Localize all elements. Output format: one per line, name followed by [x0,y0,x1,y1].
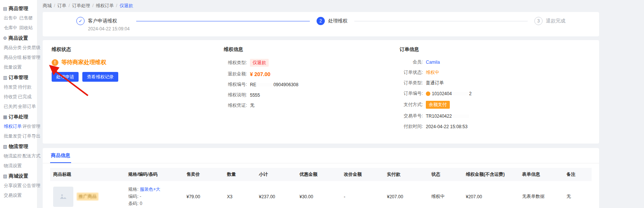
info-value: ¥ 207.00 [250,71,271,77]
sidebar-item[interactable]: 待收货 [4,94,17,100]
sidebar-item[interactable]: 已完成 [18,94,36,100]
reprice-cell: - [341,181,384,208]
breadcrumb-item[interactable]: 维权订单 [96,3,114,8]
sidebar-items: 分享设置公告管理交易设置 [3,183,34,199]
sidebar-section-title: ▥订单管理 [3,74,34,81]
breadcrumb-item[interactable]: 订单 [57,3,66,8]
sidebar-section-label: 商品设置 [9,35,28,42]
code-label: 编码: [128,194,138,199]
process-application-button[interactable]: 处理申请 [52,72,79,82]
code-value: - [140,194,141,199]
breadcrumb-item[interactable]: 订单处理 [72,3,90,8]
step-connector [136,21,309,21]
code-line: 编码: - [128,193,181,200]
info-value: 仅退款 [250,59,269,67]
product-title[interactable]: 推广商品 [77,193,98,201]
info-value: 2024-04-22 15:08:53 [426,124,467,129]
breadcrumb-item[interactable]: 仅退款 [119,3,133,8]
info-value: RE0904906308 [250,82,298,87]
step-done: ✓客户申请维权2024-04-22 15:09:04 [76,17,129,31]
info-value-text: ¥ 207.00 [250,71,271,77]
info-value: 普通订单 [426,80,444,86]
sidebar-item[interactable]: 待付款 [18,84,36,90]
barcode-label: 条码: [128,201,138,206]
sidebar-item[interactable]: 回收站 [19,25,34,31]
sidebar-section: ▥订单管理待发货待付款待收货已完成已关闭全部订单 [3,74,34,110]
info-label: 会员: [400,59,423,65]
sidebar-items: 维权订单评价管理批量发货订单导出 [3,123,34,139]
step-indicator: 2 [317,17,325,25]
sidebar-item[interactable]: 已售罄 [19,15,34,21]
info-label: 订单编号: [400,90,423,97]
order-number-icon [426,91,430,96]
clock-icon: ! [52,59,58,66]
info-value-text: TR10240422 [426,114,452,119]
info-value: 无 [250,102,254,109]
view-warranty-record-button[interactable]: 查看维权记录 [82,72,118,82]
info-row: 订单状态:维权中 [400,69,590,76]
info-value-text: 余额支付 [426,101,450,109]
sidebar-items: 商品分类分类层级商品分组标签管理批量设置 [3,45,34,70]
sidebar-item[interactable]: 物流监控 [4,153,22,159]
table-row: 推广商品 规格: 服装色+大 编码: - 条码: [50,181,592,208]
sidebar-item[interactable]: 批量发货 [4,133,22,139]
sidebar-item[interactable]: 交易设置 [4,192,22,199]
sidebar-section-label: 订单管理 [9,74,28,81]
info-row: 付款时间:2024-04-22 15:08:53 [400,123,590,130]
sidebar-items: 待发货待付款待收货已完成已关闭全部订单 [3,84,34,110]
info-card: 维权状态 ! 等待商家处理维权 处理申请 查看维权记录 维权信息 维权类型:仅退… [43,40,599,144]
sidebar-item[interactable]: 批量设置 [4,64,22,70]
sidebar-item[interactable]: 仓库中 [4,25,19,31]
info-value-text: 2 [469,91,471,96]
spec-label: 规格: [128,187,138,192]
order-process-icon: ▦ [3,115,7,119]
barcode-value: 0 [140,201,142,206]
sidebar-item[interactable]: 待发货 [4,84,17,90]
status-text: 等待商家处理维权 [61,59,106,66]
info-label: 维权说明: [224,92,247,98]
quantity-cell: X3 [224,181,256,208]
section-title: 维权信息 [224,46,400,53]
sidebar-section-label: 商城设置 [9,173,28,180]
column-header: 状态 [428,168,463,181]
column-header: 规格/编码/条码 [125,168,184,181]
order-icon: ▥ [3,75,7,80]
table-header-row: 商品标题规格/编码/条码售卖价数量小计优惠金额改价金额实付款状态维权金额(不含运… [50,168,592,181]
member-link[interactable]: Camila [426,60,440,65]
status-actions: 处理申请 查看维权记录 [52,72,224,82]
breadcrumb: 商城/订单/订单处理/维权订单/仅退款 [43,3,599,9]
warranty-rows: 维权类型:仅退款退款金额:¥ 207.00维权编号:RE0904906308维权… [224,59,400,109]
sidebar-section: ▨商城设置分享设置公告管理交易设置 [3,173,34,199]
step-texts: 客户申请维权2024-04-22 15:09:04 [88,17,129,31]
info-row: 维权编号:RE0904906308 [224,81,400,88]
product-table: 商品标题规格/编码/条码售卖价数量小计优惠金额改价金额实付款状态维权金额(不含运… [50,168,592,208]
tab-product-info[interactable]: 商品信息 [50,148,71,163]
goods-icon: ▤ [3,6,7,11]
goods-settings-icon: ⚙ [3,36,7,40]
sidebar-item[interactable]: 分享设置 [4,183,22,189]
info-label: 退款金额: [224,71,247,77]
sidebar-section: ▤商品管理出售中已售罄仓库中回收站 [3,5,34,31]
info-label: 维权凭证: [224,102,247,109]
mall-settings-icon: ▨ [3,174,7,178]
info-row: 会员:Camila [400,59,590,65]
sidebar-item[interactable]: 已关闭 [4,103,17,110]
product-card: 商品信息 商品标题规格/编码/条码售卖价数量小计优惠金额改价金额实付款状态维权金… [43,148,599,208]
sidebar-item[interactable]: 维权订单 [4,123,22,130]
breadcrumb-item[interactable]: 商城 [43,3,52,8]
info-value-text: 2024-04-22 15:08:53 [426,124,467,129]
sidebar-item[interactable]: 商品分组 [4,54,22,61]
column-header: 改价金额 [341,168,384,181]
breadcrumb-separator: / [68,3,70,8]
order-rows: 会员:Camila订单状态:维权中订单类型:普通订单订单编号:101024042… [400,59,590,130]
sidebar-item[interactable]: 物流设置 [4,163,22,169]
sidebar-item[interactable]: 出售中 [4,15,19,21]
sidebar-section-title: ▤商品管理 [3,5,34,12]
info-row: 维权类型:仅退款 [224,59,400,67]
info-row: 支付方式:余额支付 [400,101,590,109]
sidebar-item[interactable]: 全部订单 [18,103,36,110]
sidebar-section: ⚙商品设置商品分类分类层级商品分组标签管理批量设置 [3,35,34,70]
step-pending: 3退款完成 [534,17,565,25]
sidebar-item[interactable]: 商品分类 [4,45,22,51]
step-active: 2处理维权 [317,17,348,25]
